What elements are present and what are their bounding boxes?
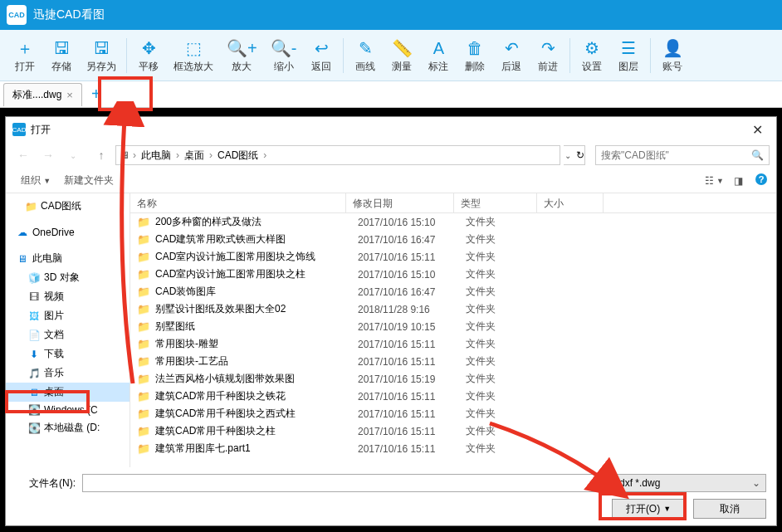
file-type: 文件夹 bbox=[466, 215, 549, 229]
tab-label: 标准....dwg bbox=[12, 88, 61, 102]
file-row[interactable]: 📁CAD建筑常用欧式铁画大样图2017/10/16 16:47文件夹 bbox=[130, 231, 776, 248]
nav-up-button[interactable]: ↑ bbox=[90, 145, 112, 165]
toolbar-返回[interactable]: ↩返回 bbox=[303, 33, 340, 77]
file-list[interactable]: 📁200多种窗的样式及做法2017/10/16 15:10文件夹📁CAD建筑常用… bbox=[130, 213, 776, 467]
toolbar-打开[interactable]: ＋打开 bbox=[7, 33, 43, 77]
search-input[interactable] bbox=[601, 149, 751, 161]
file-type-filter[interactable]: *.dxf *.dwg bbox=[608, 474, 766, 492]
nav-item-label: 文档 bbox=[44, 328, 64, 342]
organize-button[interactable]: 组织 ▼ bbox=[14, 171, 57, 190]
file-name: CAD建筑常用欧式铁画大样图 bbox=[155, 232, 358, 246]
breadcrumb-segment[interactable]: CAD图纸 bbox=[214, 149, 261, 163]
nav-item-图片[interactable]: 🖼图片 bbox=[6, 306, 130, 325]
toolbar-label: 删除 bbox=[465, 60, 485, 74]
nav-item-文档[interactable]: 📄文档 bbox=[6, 325, 130, 344]
nav-item-icon: 🎞 bbox=[27, 291, 41, 303]
chevron-right-icon: › bbox=[208, 149, 214, 161]
nav-item-3D 对象[interactable]: 🧊3D 对象 bbox=[6, 268, 130, 287]
nav-item-icon: 💽 bbox=[27, 422, 41, 434]
column-date[interactable]: 修改日期 bbox=[346, 193, 454, 212]
nav-item-label: 视频 bbox=[44, 290, 64, 304]
file-row[interactable]: 📁常用图块-雕塑2017/10/16 15:11文件夹 bbox=[130, 335, 776, 353]
nav-item-下载[interactable]: ⬇下载 bbox=[6, 344, 130, 364]
dialog-close-button[interactable]: ✕ bbox=[745, 120, 770, 139]
file-type: 文件夹 bbox=[466, 372, 549, 386]
nav-item-音乐[interactable]: 🎵音乐 bbox=[6, 364, 130, 383]
toolbar-账号[interactable]: 👤账号 bbox=[654, 33, 691, 77]
refresh-button[interactable]: ⌄ ↻ bbox=[564, 145, 585, 165]
nav-forward-button[interactable]: → bbox=[37, 145, 59, 165]
document-tab[interactable]: 标准....dwg × bbox=[3, 83, 82, 106]
help-button[interactable]: ? bbox=[755, 173, 768, 188]
close-icon[interactable]: × bbox=[66, 89, 73, 101]
cancel-button[interactable]: 取消 bbox=[693, 499, 766, 519]
nav-item-label: 桌面 bbox=[44, 385, 64, 399]
file-row[interactable]: 📁CAD装饰图库2017/10/16 16:47文件夹 bbox=[130, 283, 776, 300]
nav-item-CAD图纸[interactable]: 📁CAD图纸 bbox=[6, 197, 130, 216]
chevron-right-icon: › bbox=[174, 149, 181, 161]
new-tab-button[interactable]: + bbox=[84, 85, 109, 104]
file-row[interactable]: 📁建筑CAD常用千种图块之铁花2017/10/16 15:11文件夹 bbox=[130, 388, 776, 405]
nav-item-视频[interactable]: 🎞视频 bbox=[6, 287, 130, 306]
toolbar-label: 平移 bbox=[139, 60, 159, 74]
column-name[interactable]: 名称 bbox=[130, 193, 346, 212]
file-date: 2017/10/16 15:19 bbox=[358, 373, 466, 385]
file-row[interactable]: 📁建筑CAD常用千种图块之柱2017/10/16 15:11文件夹 bbox=[130, 422, 776, 440]
breadcrumb-segment[interactable]: 此电脑 bbox=[138, 149, 174, 163]
nav-item-icon: ⬇ bbox=[27, 349, 41, 360]
file-type: 文件夹 bbox=[466, 389, 549, 403]
toolbar-平移[interactable]: ✥平移 bbox=[130, 33, 167, 77]
toolbar-测量[interactable]: 📏测量 bbox=[384, 33, 420, 77]
dropdown-icon: ⌄ bbox=[565, 151, 571, 160]
file-name: 建筑CAD常用千种图块之柱 bbox=[155, 424, 358, 438]
view-mode-button[interactable]: ☷▼ bbox=[700, 173, 729, 189]
nav-item-Windows (C[interactable]: 💽Windows (C bbox=[6, 402, 130, 418]
toolbar-画线[interactable]: ✎画线 bbox=[347, 33, 384, 77]
file-row[interactable]: 📁法兰西风格小镇规划图带效果图2017/10/16 15:19文件夹 bbox=[130, 370, 776, 388]
column-size[interactable]: 大小 bbox=[537, 193, 604, 212]
nav-recent-dropdown[interactable]: ⌄ bbox=[62, 145, 84, 165]
search-box[interactable]: 🔍 bbox=[595, 145, 770, 165]
nav-item-OneDrive[interactable]: ☁OneDrive bbox=[6, 224, 130, 241]
toolbar-图层[interactable]: ☰图层 bbox=[610, 33, 647, 77]
file-row[interactable]: 📁CAD室内设计施工图常用图块之柱2017/10/16 15:10文件夹 bbox=[130, 266, 776, 283]
folder-icon: 📁 bbox=[137, 425, 150, 437]
file-row[interactable]: 📁200多种窗的样式及做法2017/10/16 15:10文件夹 bbox=[130, 213, 776, 231]
breadcrumb-segment[interactable]: 桌面 bbox=[181, 149, 208, 163]
nav-back-button[interactable]: ← bbox=[12, 145, 34, 165]
folder-icon: 📁 bbox=[137, 355, 150, 368]
filename-input[interactable] bbox=[82, 474, 602, 492]
file-row[interactable]: 📁常用图块-工艺品2017/10/16 15:11文件夹 bbox=[130, 353, 776, 370]
folder-icon: 📁 bbox=[137, 442, 150, 455]
toolbar-设置[interactable]: ⚙设置 bbox=[574, 33, 610, 77]
toolbar-另存为[interactable]: 🖫另存为 bbox=[80, 33, 123, 77]
nav-item-本地磁盘 (D:[interactable]: 💽本地磁盘 (D: bbox=[6, 418, 130, 437]
toolbar-放大[interactable]: 🔍+放大 bbox=[220, 33, 264, 77]
file-row[interactable]: 📁建筑常用图库七.part12017/10/16 15:11文件夹 bbox=[130, 440, 776, 457]
navigation-pane[interactable]: 📁CAD图纸☁OneDrive🖥此电脑🧊3D 对象🎞视频🖼图片📄文档⬇下载🎵音乐… bbox=[6, 193, 130, 467]
column-type[interactable]: 类型 bbox=[454, 193, 537, 212]
new-folder-button[interactable]: 新建文件夹 bbox=[57, 171, 120, 190]
main-toolbar: ＋打开🖫存储🖫另存为✥平移⬚框选放大🔍+放大🔍-缩小↩返回✎画线📏测量A标注🗑删… bbox=[0, 30, 782, 81]
breadcrumb-bar[interactable]: 🖥 › 此电脑›桌面›CAD图纸› bbox=[115, 145, 560, 165]
nav-item-label: 图片 bbox=[44, 309, 64, 323]
toolbar-前进[interactable]: ↷前进 bbox=[530, 33, 566, 77]
file-type: 文件夹 bbox=[466, 285, 549, 299]
toolbar-删除[interactable]: 🗑删除 bbox=[457, 33, 493, 77]
toolbar-缩小[interactable]: 🔍-缩小 bbox=[264, 33, 304, 77]
nav-item-此电脑[interactable]: 🖥此电脑 bbox=[6, 249, 130, 268]
toolbar-标注[interactable]: A标注 bbox=[420, 33, 457, 77]
file-row[interactable]: 📁别墅设计图纸及效果图大全022018/11/28 9:16文件夹 bbox=[130, 300, 776, 318]
file-row[interactable]: 📁建筑CAD常用千种图块之西式柱2017/10/16 15:11文件夹 bbox=[130, 405, 776, 422]
preview-pane-button[interactable]: ◨ bbox=[729, 173, 748, 189]
file-row[interactable]: 📁CAD室内设计施工图常用图块之饰线2017/10/16 15:11文件夹 bbox=[130, 248, 776, 266]
toolbar-框选放大[interactable]: ⬚框选放大 bbox=[167, 33, 220, 77]
toolbar-存储[interactable]: 🖫存储 bbox=[43, 33, 80, 77]
file-row[interactable]: 📁别墅图纸2017/10/19 10:15文件夹 bbox=[130, 318, 776, 335]
app-title: 迅捷CAD看图 bbox=[33, 7, 105, 22]
toolbar-后退[interactable]: ↶后退 bbox=[493, 33, 530, 77]
nav-item-label: 3D 对象 bbox=[44, 271, 80, 285]
nav-item-icon: 📄 bbox=[27, 329, 41, 341]
open-button[interactable]: 打开(O)▼ bbox=[612, 499, 685, 519]
nav-item-桌面[interactable]: 🖥桌面 bbox=[6, 383, 130, 402]
